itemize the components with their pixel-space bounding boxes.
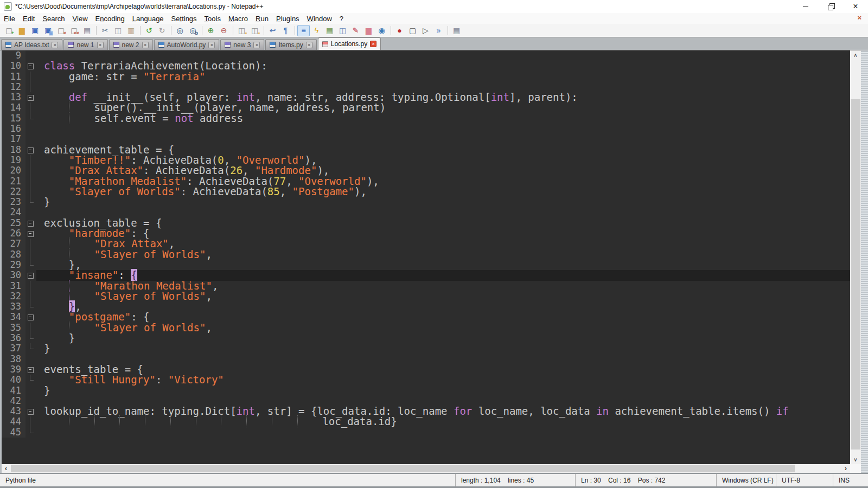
tab-close-icon[interactable]: × xyxy=(208,42,215,48)
menu-edit[interactable]: Edit xyxy=(19,14,39,23)
horizontal-scrollbar-thumb[interactable] xyxy=(11,465,795,472)
redo-button[interactable]: ↻ xyxy=(156,25,168,36)
scroll-right-icon[interactable]: › xyxy=(841,464,850,473)
close-document-icon[interactable]: × xyxy=(857,14,861,22)
menu-view[interactable]: View xyxy=(69,14,92,23)
close-all-files-button[interactable]: ▢×× xyxy=(68,25,80,36)
minimize-button[interactable] xyxy=(793,0,818,13)
paste-button[interactable]: ▥ xyxy=(125,25,137,36)
run-macro-multiple-times-button[interactable]: » xyxy=(432,25,445,36)
save-all-button[interactable]: ▣▣ xyxy=(42,25,54,36)
function-list-button[interactable]: ϟ xyxy=(310,25,323,36)
tab-close-icon[interactable]: × xyxy=(142,42,149,48)
copy-button[interactable]: ◫ xyxy=(112,25,124,36)
code-text[interactable]: }, xyxy=(36,260,850,270)
tab-ap-ideas-txt[interactable]: AP Ideas.txt× xyxy=(1,39,62,50)
code-text[interactable] xyxy=(36,427,850,438)
code-text[interactable]: "Slayer of Worlds", xyxy=(36,323,850,333)
code-text[interactable]: } xyxy=(36,343,850,354)
code-text[interactable]: game: str = "Terraria" xyxy=(36,72,850,82)
open-folder-button[interactable]: ▆ xyxy=(16,25,28,36)
zoom-out-button[interactable]: ⊖ xyxy=(218,25,230,36)
find-button[interactable]: ◎ xyxy=(174,25,186,36)
fold-toggle-icon[interactable] xyxy=(25,364,36,375)
code-text[interactable]: "Slayer of Worlds": AchieveData(85, "Pos… xyxy=(36,187,850,197)
tab-close-icon[interactable]: × xyxy=(306,42,312,48)
record-macro-button[interactable]: ● xyxy=(393,25,406,36)
menu-tools[interactable]: Tools xyxy=(201,14,225,23)
code-text[interactable]: } xyxy=(36,386,850,396)
sync-horizontal-scrolling-button[interactable]: ◫▪ xyxy=(248,25,261,36)
menu-plugins[interactable]: Plugins xyxy=(272,14,303,23)
tab-locations-py[interactable]: Locations.py× xyxy=(318,37,381,50)
tab-close-icon[interactable]: × xyxy=(370,41,376,47)
zoom-in-button[interactable]: ⊕ xyxy=(205,25,217,36)
undo-button[interactable]: ↺ xyxy=(143,25,155,36)
menu-file[interactable]: File xyxy=(0,14,19,23)
code-text[interactable] xyxy=(36,354,850,364)
fold-toggle-icon[interactable] xyxy=(25,145,36,155)
tab-new-3[interactable]: new 3× xyxy=(220,39,264,50)
vertical-scrollbar-thumb[interactable] xyxy=(851,99,860,450)
fold-margin xyxy=(25,301,36,312)
menu-window[interactable]: Window xyxy=(303,14,336,23)
menu-encoding[interactable]: Encoding xyxy=(92,14,129,23)
show-indent-guide-button[interactable]: ≡ xyxy=(297,25,310,36)
code-text[interactable]: } xyxy=(36,333,850,343)
tab-autoworld-py[interactable]: AutoWorld.py× xyxy=(154,39,220,50)
stop-recording-button[interactable]: ▢ xyxy=(406,25,419,36)
fold-toggle-icon[interactable] xyxy=(25,61,36,71)
menu-macro[interactable]: Macro xyxy=(225,14,252,23)
code-text[interactable] xyxy=(36,124,850,134)
fold-toggle-icon[interactable] xyxy=(25,228,36,239)
code-text[interactable]: "Slayer of Worlds", xyxy=(36,291,850,301)
cut-button[interactable]: ✂ xyxy=(99,25,111,36)
code-text[interactable]: "Slayer of Worlds", xyxy=(36,249,850,260)
sync-vertical-scrolling-button[interactable]: ◫▪ xyxy=(235,25,248,36)
monitoring-eye-button[interactable]: ◉ xyxy=(375,25,388,36)
scroll-left-icon[interactable]: ‹ xyxy=(2,464,10,473)
tab-new-2[interactable]: new 2× xyxy=(109,39,153,50)
show-all-characters-button[interactable]: ¶ xyxy=(279,25,292,36)
tab-new-1[interactable]: new 1× xyxy=(63,39,107,50)
code-text[interactable]: exclusion_table = { xyxy=(36,218,850,228)
replace-button[interactable]: ◎b xyxy=(187,25,199,36)
code-text[interactable]: }, xyxy=(36,301,850,312)
code-pane[interactable]: 910class TerrariaAchievement(Location):1… xyxy=(2,50,850,464)
fold-toggle-icon[interactable] xyxy=(25,312,36,322)
code-text[interactable]: "Still Hungry": "Victory" xyxy=(36,375,850,385)
scroll-up-icon[interactable]: ∧ xyxy=(850,50,861,60)
document-map-button[interactable]: ▦ xyxy=(323,25,336,36)
word-wrap-button[interactable]: ↩ xyxy=(266,25,279,36)
close-button[interactable]: × xyxy=(843,0,868,13)
menu-help[interactable]: ? xyxy=(336,14,347,23)
save-button[interactable]: ▣ xyxy=(29,25,41,36)
document-list-button[interactable]: ◫ xyxy=(336,25,349,36)
menu-settings[interactable]: Settings xyxy=(168,14,201,23)
close-file-button[interactable]: ▢× xyxy=(55,25,67,36)
vertical-scrollbar[interactable]: ∧ ∨ xyxy=(850,50,861,464)
menu-search[interactable]: Search xyxy=(39,14,68,23)
menu-bar: FileEditSearchViewEncodingLanguageSettin… xyxy=(0,13,868,24)
restore-button[interactable] xyxy=(818,0,843,13)
tab-items-py[interactable]: Items.py× xyxy=(265,39,316,50)
fold-toggle-icon[interactable] xyxy=(25,92,36,102)
folder-as-workspace-button[interactable]: ▆ xyxy=(362,25,375,36)
tab-close-icon[interactable]: × xyxy=(253,42,260,48)
new-file-button[interactable]: ▢+ xyxy=(3,25,15,36)
fold-toggle-icon[interactable] xyxy=(25,406,36,416)
code-text[interactable]: self.event = not address xyxy=(36,113,850,124)
print-button[interactable]: ▤ xyxy=(81,25,93,36)
menu-run[interactable]: Run xyxy=(252,14,272,23)
menu-language[interactable]: Language xyxy=(129,14,168,23)
fold-toggle-icon[interactable] xyxy=(25,270,36,280)
define-language-button[interactable]: ✎ xyxy=(349,25,362,36)
edit-toolbar-extra-button[interactable]: ▦ xyxy=(450,25,463,36)
tab-close-icon[interactable]: × xyxy=(97,42,104,48)
fold-toggle-icon[interactable] xyxy=(25,218,36,228)
playback-macro-button[interactable]: ▷ xyxy=(419,25,432,36)
code-text[interactable]: } xyxy=(36,197,850,207)
tab-close-icon[interactable]: × xyxy=(52,42,58,48)
code-text[interactable]: loc_data.id} xyxy=(36,416,850,427)
scroll-down-icon[interactable]: ∨ xyxy=(850,455,861,464)
